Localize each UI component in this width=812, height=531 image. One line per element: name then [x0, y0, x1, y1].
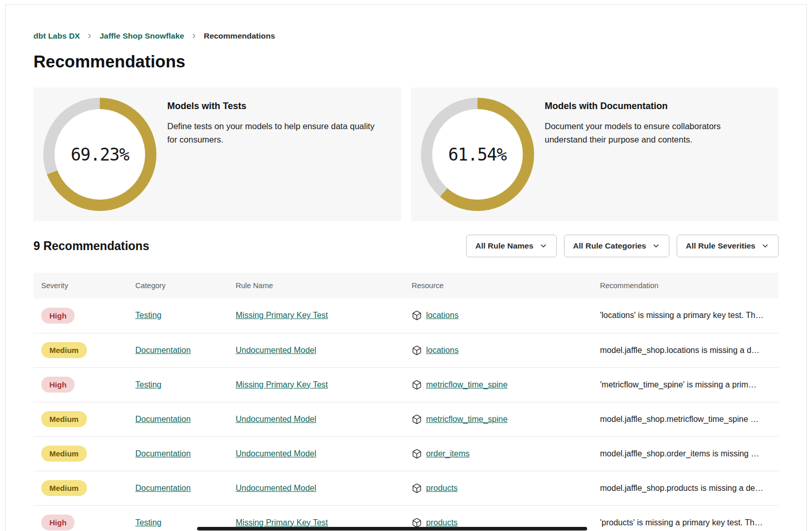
resource-link[interactable]: order_items [426, 449, 469, 458]
main-content: dbt Labs DX Jaffle Shop Snowflake Recomm… [6, 31, 806, 531]
card-description: Define tests on your models to help ensu… [167, 120, 386, 146]
package-icon [412, 345, 422, 356]
list-header: 9 Recommendations All Rule Names All Rul… [33, 235, 779, 257]
rule-name-link[interactable]: Undocumented Model [236, 415, 316, 423]
table-row: Medium Documentation Undocumented Model … [33, 471, 779, 505]
card-title: Models with Documentation [545, 101, 743, 112]
filter-label: All Rule Categories [573, 241, 646, 251]
donut-hole: 69.23% [55, 109, 145, 200]
models-with-documentation-card: 61.54% Models with Documentation Documen… [411, 87, 779, 221]
category-link[interactable]: Testing [135, 518, 162, 527]
package-icon [412, 483, 422, 493]
recommendation-text: 'products' is missing a primary key test… [600, 518, 763, 527]
severity-badge: High [41, 377, 75, 393]
recommendations-table: Severity Category Rule Name Resource Rec… [33, 273, 779, 531]
breadcrumb: dbt Labs DX Jaffle Shop Snowflake Recomm… [33, 31, 779, 41]
table-row: Medium Documentation Undocumented Model … [33, 333, 779, 367]
recommendations-count: 9 Recommendations [33, 239, 149, 253]
recommendation-text: model.jaffle_shop.locations is missing a… [600, 346, 760, 355]
column-header-resource: Resource [404, 273, 592, 298]
table-header-row: Severity Category Rule Name Resource Rec… [33, 273, 779, 298]
severity-badge: Medium [41, 342, 87, 358]
package-icon [412, 518, 422, 528]
recommendation-text: 'metricflow_time_spine' is missing a pri… [600, 380, 756, 389]
severity-badge: Medium [41, 480, 87, 496]
donut-chart-documentation: 61.54% [421, 98, 534, 211]
donut-hole: 61.54% [432, 109, 523, 200]
filter-bar: All Rule Names All Rule Categories All R… [466, 235, 779, 257]
severity-badge: Medium [41, 446, 87, 462]
severity-badge: High [41, 308, 75, 324]
card-text: Models with Tests Define tests on your m… [167, 101, 386, 146]
chevron-down-icon [761, 242, 769, 250]
package-icon [412, 380, 422, 390]
rule-name-link[interactable]: Undocumented Model [236, 484, 316, 492]
page-title: Recommendations [33, 52, 779, 72]
resource-link[interactable]: products [426, 518, 457, 527]
category-link[interactable]: Documentation [135, 449, 191, 458]
chevron-down-icon [652, 242, 660, 250]
chevron-right-icon [86, 32, 93, 40]
rule-name-link[interactable]: Undocumented Model [236, 346, 316, 355]
rule-name-link[interactable]: Missing Primary Key Test [236, 518, 328, 527]
resource-link[interactable]: metricflow_time_spine [426, 380, 507, 390]
category-link[interactable]: Documentation [135, 484, 191, 492]
column-header-category: Category [128, 273, 228, 298]
column-header-rule-name: Rule Name [228, 273, 404, 298]
filter-rule-severities-dropdown[interactable]: All Rule Severities [677, 235, 779, 257]
table-row: Medium Documentation Undocumented Model … [33, 402, 779, 436]
package-icon [412, 449, 422, 459]
package-icon [412, 414, 422, 424]
resource-link[interactable]: locations [426, 346, 458, 355]
table-row: High Testing Missing Primary Key Test me… [33, 367, 779, 402]
rule-name-link[interactable]: Missing Primary Key Test [236, 380, 328, 389]
column-header-recommendation: Recommendation [592, 273, 779, 298]
recommendation-text: model.jaffle_shop.products is missing a … [600, 484, 763, 492]
metric-cards: 69.23% Models with Tests Define tests on… [33, 87, 779, 221]
recommendation-text: model.jaffle_shop.metricflow_time_spine … [600, 415, 758, 423]
chevron-down-icon [539, 242, 548, 250]
card-description: Document your models to ensure collabora… [545, 120, 743, 146]
rule-name-link[interactable]: Missing Primary Key Test [236, 311, 328, 320]
filter-label: All Rule Names [475, 241, 534, 251]
app-frame: dbt Labs DX Jaffle Shop Snowflake Recomm… [5, 4, 807, 531]
table-body: High Testing Missing Primary Key Test lo… [33, 298, 779, 531]
column-header-severity: Severity [33, 273, 128, 298]
category-link[interactable]: Documentation [135, 415, 191, 423]
filter-rule-categories-dropdown[interactable]: All Rule Categories [564, 235, 669, 257]
recommendation-text: model.jaffle_shop.order_items is missing… [600, 449, 759, 458]
breadcrumb-item-project[interactable]: Jaffle Shop Snowflake [99, 31, 184, 41]
models-with-tests-card: 69.23% Models with Tests Define tests on… [33, 87, 401, 221]
table-row: High Testing Missing Primary Key Test lo… [33, 298, 779, 333]
recommendation-text: 'locations' is missing a primary key tes… [600, 311, 764, 320]
card-title: Models with Tests [167, 101, 386, 112]
category-link[interactable]: Testing [135, 380, 162, 389]
card-text: Models with Documentation Document your … [545, 101, 743, 146]
severity-badge: Medium [41, 411, 87, 427]
breadcrumb-item-account[interactable]: dbt Labs DX [33, 31, 80, 41]
filter-rule-names-dropdown[interactable]: All Rule Names [466, 235, 557, 257]
donut-chart-tests: 69.23% [43, 98, 156, 211]
donut-percent-label: 61.54% [448, 145, 506, 165]
severity-badge: High [41, 515, 75, 530]
horizontal-scrollbar-thumb[interactable] [197, 527, 587, 530]
breadcrumb-item-current: Recommendations [204, 31, 275, 41]
resource-link[interactable]: metricflow_time_spine [426, 415, 507, 424]
filter-label: All Rule Severities [686, 241, 755, 251]
resource-link[interactable]: locations [426, 311, 458, 320]
resource-link[interactable]: products [426, 484, 457, 493]
chevron-right-icon [190, 32, 198, 40]
donut-percent-label: 69.23% [70, 145, 129, 165]
package-icon [412, 310, 422, 321]
category-link[interactable]: Testing [135, 311, 162, 320]
rule-name-link[interactable]: Undocumented Model [236, 449, 316, 458]
category-link[interactable]: Documentation [135, 346, 191, 355]
table-row: Medium Documentation Undocumented Model … [33, 436, 779, 471]
